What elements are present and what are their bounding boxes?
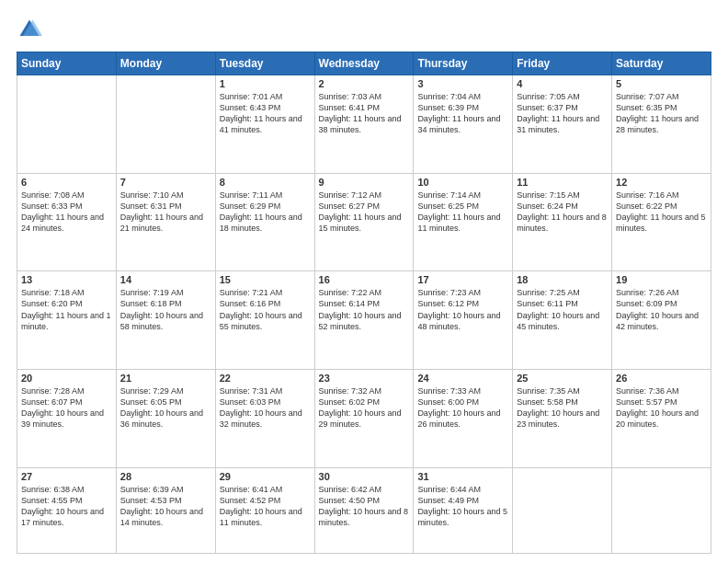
calendar-cell [116, 75, 215, 174]
cell-date: 6 [21, 177, 112, 188]
calendar-cell: 12Sunrise: 7:16 AM Sunset: 6:22 PM Dayli… [612, 173, 711, 271]
calendar-cell: 18Sunrise: 7:25 AM Sunset: 6:11 PM Dayli… [513, 271, 612, 370]
cell-date: 26 [616, 373, 707, 384]
calendar-cell: 13Sunrise: 7:18 AM Sunset: 6:20 PM Dayli… [17, 271, 117, 370]
weekday-header-row: SundayMondayTuesdayWednesdayThursdayFrid… [17, 52, 711, 75]
cell-info: Sunrise: 7:35 AM Sunset: 5:58 PM Dayligh… [517, 385, 608, 431]
cell-info: Sunrise: 7:10 AM Sunset: 6:31 PM Dayligh… [120, 190, 211, 235]
cell-date: 28 [120, 471, 211, 482]
cell-date: 1 [220, 78, 311, 89]
calendar-cell: 22Sunrise: 7:31 AM Sunset: 6:03 PM Dayli… [215, 369, 314, 467]
cell-info: Sunrise: 7:12 AM Sunset: 6:27 PM Dayligh… [319, 190, 410, 235]
cell-date: 17 [417, 274, 508, 285]
calendar-cell: 28Sunrise: 6:39 AM Sunset: 4:53 PM Dayli… [116, 467, 215, 553]
cell-info: Sunrise: 7:22 AM Sunset: 6:14 PM Dayligh… [319, 287, 410, 332]
logo [17, 17, 46, 42]
calendar-cell: 16Sunrise: 7:22 AM Sunset: 6:14 PM Dayli… [314, 271, 414, 370]
calendar-cell: 31Sunrise: 6:44 AM Sunset: 4:49 PM Dayli… [414, 467, 513, 553]
calendar-cell: 24Sunrise: 7:33 AM Sunset: 6:00 PM Dayli… [414, 369, 513, 467]
cell-date: 22 [220, 373, 311, 384]
logo-icon [17, 17, 42, 42]
cell-date: 8 [220, 177, 311, 188]
cell-info: Sunrise: 7:28 AM Sunset: 6:07 PM Dayligh… [21, 385, 112, 431]
cell-date: 25 [517, 373, 608, 384]
week-row-1: 1Sunrise: 7:01 AM Sunset: 6:43 PM Daylig… [17, 75, 711, 174]
cell-info: Sunrise: 7:05 AM Sunset: 6:37 PM Dayligh… [517, 91, 608, 136]
cell-date: 18 [517, 274, 608, 285]
cell-info: Sunrise: 7:31 AM Sunset: 6:03 PM Dayligh… [220, 385, 311, 431]
cell-date: 10 [417, 177, 508, 188]
calendar-cell: 21Sunrise: 7:29 AM Sunset: 6:05 PM Dayli… [116, 369, 215, 467]
cell-date: 9 [319, 177, 410, 188]
calendar-cell: 4Sunrise: 7:05 AM Sunset: 6:37 PM Daylig… [513, 75, 612, 174]
cell-info: Sunrise: 7:03 AM Sunset: 6:41 PM Dayligh… [319, 91, 410, 136]
cell-date: 5 [616, 78, 707, 89]
cell-date: 15 [220, 274, 311, 285]
calendar-cell: 9Sunrise: 7:12 AM Sunset: 6:27 PM Daylig… [314, 173, 414, 271]
cell-info: Sunrise: 7:18 AM Sunset: 6:20 PM Dayligh… [21, 287, 112, 332]
cell-date: 21 [120, 373, 211, 384]
cell-date: 24 [417, 373, 508, 384]
cell-date: 23 [319, 373, 410, 384]
calendar-cell: 30Sunrise: 6:42 AM Sunset: 4:50 PM Dayli… [314, 467, 414, 553]
calendar-cell: 14Sunrise: 7:19 AM Sunset: 6:18 PM Dayli… [116, 271, 215, 370]
calendar-cell [513, 467, 612, 553]
calendar-cell: 27Sunrise: 6:38 AM Sunset: 4:55 PM Dayli… [17, 467, 117, 553]
week-row-5: 27Sunrise: 6:38 AM Sunset: 4:55 PM Dayli… [17, 467, 711, 553]
cell-info: Sunrise: 7:26 AM Sunset: 6:09 PM Dayligh… [616, 287, 707, 332]
cell-date: 31 [417, 471, 508, 482]
calendar-cell: 6Sunrise: 7:08 AM Sunset: 6:33 PM Daylig… [17, 173, 117, 271]
cell-info: Sunrise: 7:07 AM Sunset: 6:35 PM Dayligh… [616, 91, 707, 136]
cell-info: Sunrise: 7:36 AM Sunset: 5:57 PM Dayligh… [616, 385, 707, 431]
calendar-cell: 8Sunrise: 7:11 AM Sunset: 6:29 PM Daylig… [215, 173, 314, 271]
calendar-cell: 1Sunrise: 7:01 AM Sunset: 6:43 PM Daylig… [215, 75, 314, 174]
calendar-cell: 10Sunrise: 7:14 AM Sunset: 6:25 PM Dayli… [414, 173, 513, 271]
cell-info: Sunrise: 7:29 AM Sunset: 6:05 PM Dayligh… [120, 385, 211, 431]
cell-date: 27 [21, 471, 112, 482]
cell-info: Sunrise: 6:41 AM Sunset: 4:52 PM Dayligh… [220, 484, 311, 529]
cell-info: Sunrise: 7:11 AM Sunset: 6:29 PM Dayligh… [220, 190, 311, 235]
calendar-cell: 25Sunrise: 7:35 AM Sunset: 5:58 PM Dayli… [513, 369, 612, 467]
header [17, 17, 711, 42]
cell-info: Sunrise: 7:25 AM Sunset: 6:11 PM Dayligh… [517, 287, 608, 332]
week-row-4: 20Sunrise: 7:28 AM Sunset: 6:07 PM Dayli… [17, 369, 711, 467]
cell-date: 2 [319, 78, 410, 89]
calendar-cell: 17Sunrise: 7:23 AM Sunset: 6:12 PM Dayli… [414, 271, 513, 370]
cell-date: 19 [616, 274, 707, 285]
cell-info: Sunrise: 7:08 AM Sunset: 6:33 PM Dayligh… [21, 190, 112, 235]
calendar-cell: 5Sunrise: 7:07 AM Sunset: 6:35 PM Daylig… [612, 75, 711, 174]
cell-info: Sunrise: 7:14 AM Sunset: 6:25 PM Dayligh… [417, 190, 508, 235]
cell-info: Sunrise: 6:44 AM Sunset: 4:49 PM Dayligh… [417, 484, 508, 529]
cell-date: 14 [120, 274, 211, 285]
weekday-sunday: Sunday [17, 52, 117, 75]
calendar-cell: 23Sunrise: 7:32 AM Sunset: 6:02 PM Dayli… [314, 369, 414, 467]
calendar-cell [17, 75, 117, 174]
cell-info: Sunrise: 6:38 AM Sunset: 4:55 PM Dayligh… [21, 484, 112, 529]
calendar-cell: 19Sunrise: 7:26 AM Sunset: 6:09 PM Dayli… [612, 271, 711, 370]
calendar-cell: 2Sunrise: 7:03 AM Sunset: 6:41 PM Daylig… [314, 75, 414, 174]
cell-info: Sunrise: 6:42 AM Sunset: 4:50 PM Dayligh… [319, 484, 410, 529]
page: SundayMondayTuesdayWednesdayThursdayFrid… [0, 0, 728, 563]
cell-date: 13 [21, 274, 112, 285]
cell-info: Sunrise: 7:01 AM Sunset: 6:43 PM Dayligh… [220, 91, 311, 136]
calendar-cell: 7Sunrise: 7:10 AM Sunset: 6:31 PM Daylig… [116, 173, 215, 271]
cell-date: 12 [616, 177, 707, 188]
cell-date: 11 [517, 177, 608, 188]
weekday-tuesday: Tuesday [215, 52, 314, 75]
cell-date: 7 [120, 177, 211, 188]
calendar-cell: 15Sunrise: 7:21 AM Sunset: 6:16 PM Dayli… [215, 271, 314, 370]
cell-date: 16 [319, 274, 410, 285]
cell-info: Sunrise: 7:23 AM Sunset: 6:12 PM Dayligh… [417, 287, 508, 332]
cell-info: Sunrise: 7:19 AM Sunset: 6:18 PM Dayligh… [120, 287, 211, 332]
week-row-2: 6Sunrise: 7:08 AM Sunset: 6:33 PM Daylig… [17, 173, 711, 271]
cell-date: 4 [517, 78, 608, 89]
cell-info: Sunrise: 7:33 AM Sunset: 6:00 PM Dayligh… [417, 385, 508, 431]
weekday-thursday: Thursday [414, 52, 513, 75]
cell-date: 20 [21, 373, 112, 384]
weekday-monday: Monday [116, 52, 215, 75]
weekday-saturday: Saturday [612, 52, 711, 75]
calendar-cell: 3Sunrise: 7:04 AM Sunset: 6:39 PM Daylig… [414, 75, 513, 174]
calendar-cell: 29Sunrise: 6:41 AM Sunset: 4:52 PM Dayli… [215, 467, 314, 553]
calendar-cell: 20Sunrise: 7:28 AM Sunset: 6:07 PM Dayli… [17, 369, 117, 467]
cell-date: 30 [319, 471, 410, 482]
